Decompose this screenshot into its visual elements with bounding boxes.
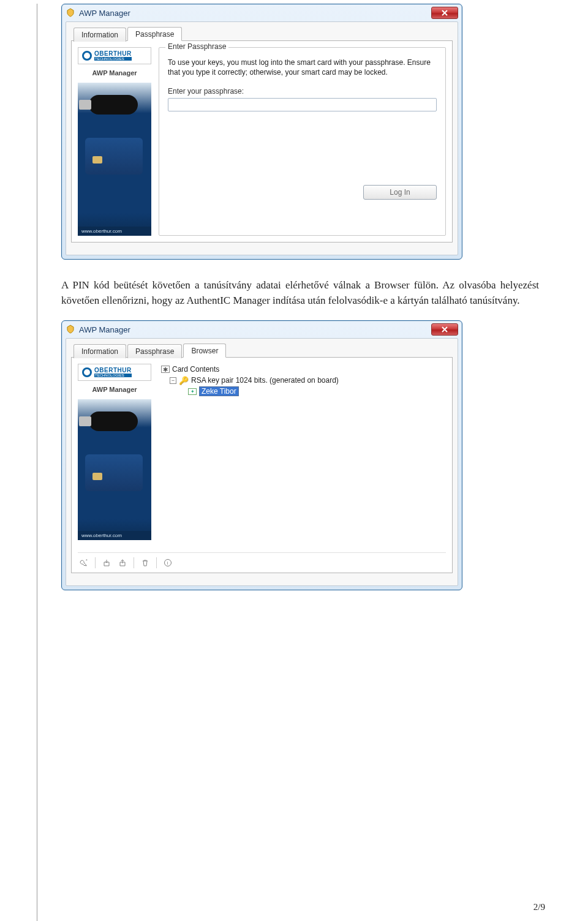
generate-key-button[interactable]: * — [78, 557, 90, 569]
sidebar-url: www.oberthur.com — [78, 531, 151, 540]
card-root-icon: ✱ — [161, 366, 170, 373]
brand-name: OBERTHUR — [94, 367, 132, 374]
certificate-icon: ✦ — [188, 388, 197, 395]
import-button[interactable] — [100, 557, 113, 569]
titlebar: AWP Manager — [62, 321, 462, 338]
collapse-icon[interactable]: − — [170, 377, 176, 384]
sidebar-graphic: www.oberthur.com — [78, 83, 151, 236]
awp-window-passphrase: AWP Manager Information Passphrase OBERT… — [61, 4, 462, 260]
tree-root[interactable]: ✱ Card Contents — [161, 364, 443, 375]
tab-passphrase[interactable]: Passphrase — [127, 344, 182, 358]
brand-logo: OBERTHUR TECHNOLOGIES — [78, 364, 151, 381]
sidebar-graphic: www.oberthur.com — [78, 399, 151, 540]
tab-content: OBERTHUR TECHNOLOGIES AWP Manager www.ob… — [71, 357, 453, 573]
smartcard-icon — [85, 454, 143, 491]
card-tree[interactable]: ✱ Card Contents − 🔑 RSA key pair 1024 bi… — [159, 364, 446, 540]
tree-cert[interactable]: ✦ Zeke Tibor — [161, 386, 443, 397]
window-body: Information Passphrase OBERTHUR TECHNOLO… — [66, 21, 458, 255]
svg-text:*: * — [86, 558, 88, 563]
brand-mark-icon — [82, 367, 92, 377]
tree-keypair-label: RSA key pair 1024 bits. (generated on bo… — [191, 376, 339, 385]
passphrase-label: Enter your passphrase: — [168, 87, 437, 96]
panel-legend: Enter Passphrase — [165, 42, 228, 51]
passphrase-panel: Enter Passphrase To use your keys, you m… — [159, 47, 446, 236]
app-icon — [66, 8, 75, 18]
sidebar-product: AWP Manager — [78, 69, 151, 77]
brand-subname: TECHNOLOGIES — [94, 57, 132, 61]
sidebar-product: AWP Manager — [78, 386, 151, 393]
passphrase-input[interactable] — [168, 98, 437, 111]
window-title: AWP Manager — [79, 325, 431, 334]
window-body: Information Passphrase Browser OBERTHUR … — [66, 338, 458, 586]
toolbar-separator — [134, 557, 134, 568]
tab-information[interactable]: Information — [74, 28, 126, 42]
brand-name: OBERTHUR — [94, 51, 132, 57]
instructions-text: To use your keys, you must log into the … — [168, 58, 437, 77]
body-paragraph: A PIN kód beütését követően a tanúsítván… — [61, 278, 539, 308]
page-number: 2/9 — [533, 902, 545, 912]
sidebar-url: www.oberthur.com — [78, 227, 151, 236]
page-left-margin — [37, 4, 37, 921]
key-icon: 🔑 — [179, 376, 189, 385]
brand-mark-icon — [82, 51, 92, 61]
tabstrip: Information Passphrase — [71, 27, 453, 41]
close-button[interactable] — [431, 7, 458, 19]
sidebar: OBERTHUR TECHNOLOGIES AWP Manager www.ob… — [78, 47, 151, 236]
tabstrip: Information Passphrase Browser — [71, 344, 453, 358]
app-icon — [66, 325, 75, 334]
brand-logo: OBERTHUR TECHNOLOGIES — [78, 47, 151, 64]
tab-passphrase[interactable]: Passphrase — [127, 27, 182, 41]
delete-button[interactable] — [139, 557, 151, 569]
close-button[interactable] — [431, 323, 458, 336]
titlebar: AWP Manager — [62, 4, 462, 21]
tree-keypair[interactable]: − 🔑 RSA key pair 1024 bits. (generated o… — [161, 375, 443, 386]
tab-information[interactable]: Information — [74, 344, 126, 358]
window-title: AWP Manager — [79, 9, 431, 18]
tree-root-label: Card Contents — [172, 365, 219, 374]
browser-toolbar: * i — [78, 552, 446, 569]
toolbar-separator — [95, 557, 96, 568]
svg-text:i: i — [167, 560, 168, 566]
tab-browser[interactable]: Browser — [183, 344, 226, 358]
toolbar-separator — [156, 557, 157, 568]
smartcard-icon — [85, 138, 143, 175]
sidebar: OBERTHUR TECHNOLOGIES AWP Manager www.ob… — [78, 364, 151, 540]
tab-content: OBERTHUR TECHNOLOGIES AWP Manager www.ob… — [71, 40, 453, 242]
usb-token-icon — [89, 95, 138, 115]
awp-window-browser: AWP Manager Information Passphrase Brows… — [61, 320, 462, 590]
export-button[interactable] — [116, 557, 129, 569]
brand-subname: TECHNOLOGIES — [94, 374, 132, 377]
login-button[interactable]: Log In — [363, 185, 437, 200]
tree-cert-label: Zeke Tibor — [199, 386, 239, 396]
usb-token-icon — [89, 412, 138, 431]
info-button[interactable]: i — [162, 557, 174, 569]
